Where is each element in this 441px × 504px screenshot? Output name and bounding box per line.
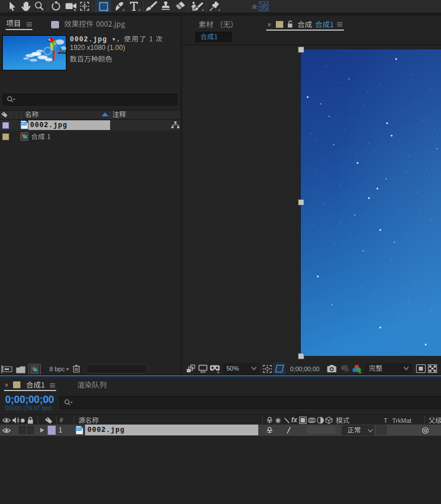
- svg-text:JPG: JPG: [76, 428, 81, 431]
- svg-text:JPG: JPG: [21, 123, 26, 125]
